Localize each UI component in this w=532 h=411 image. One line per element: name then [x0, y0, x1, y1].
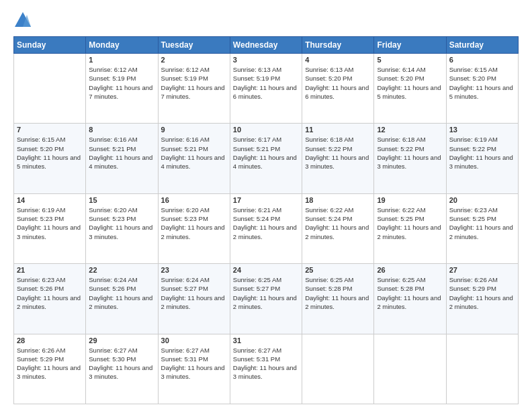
calendar-week-row: 7Sunrise: 6:15 AMSunset: 5:20 PMDaylight…: [14, 124, 519, 193]
day-info: Sunrise: 6:13 AMSunset: 5:19 PMDaylight:…: [233, 65, 299, 101]
calendar-cell: 21Sunrise: 6:23 AMSunset: 5:26 PMDayligh…: [14, 264, 86, 334]
day-number: 6: [449, 56, 515, 64]
day-of-week-header: Friday: [374, 37, 446, 54]
day-number: 26: [377, 266, 443, 274]
day-number: 24: [233, 266, 299, 274]
day-number: 27: [449, 266, 515, 274]
day-info: Sunrise: 6:27 AMSunset: 5:31 PMDaylight:…: [233, 346, 299, 381]
calendar-cell: 25Sunrise: 6:25 AMSunset: 5:28 PMDayligh…: [302, 264, 374, 334]
day-info: Sunrise: 6:22 AMSunset: 5:24 PMDaylight:…: [305, 205, 371, 241]
day-number: 22: [89, 266, 154, 274]
day-info: Sunrise: 6:23 AMSunset: 5:25 PMDaylight:…: [449, 205, 515, 241]
calendar-cell: [446, 334, 518, 404]
day-number: 31: [233, 336, 299, 345]
calendar-cell: 18Sunrise: 6:22 AMSunset: 5:24 PMDayligh…: [302, 193, 374, 263]
calendar-week-row: 21Sunrise: 6:23 AMSunset: 5:26 PMDayligh…: [14, 264, 519, 334]
calendar-cell: 16Sunrise: 6:20 AMSunset: 5:23 PMDayligh…: [158, 193, 230, 263]
header: [13, 11, 519, 30]
calendar-cell: 31Sunrise: 6:27 AMSunset: 5:31 PMDayligh…: [230, 334, 302, 404]
calendar-cell: 10Sunrise: 6:17 AMSunset: 5:21 PMDayligh…: [230, 124, 302, 193]
day-of-week-header: Thursday: [302, 37, 374, 54]
calendar-cell: 29Sunrise: 6:27 AMSunset: 5:30 PMDayligh…: [86, 334, 158, 404]
day-number: 7: [17, 126, 83, 134]
day-info: Sunrise: 6:24 AMSunset: 5:26 PMDaylight:…: [89, 275, 154, 311]
day-info: Sunrise: 6:12 AMSunset: 5:19 PMDaylight:…: [161, 65, 227, 101]
day-number: 12: [377, 126, 443, 134]
calendar-week-row: 1Sunrise: 6:12 AMSunset: 5:19 PMDaylight…: [14, 54, 519, 124]
day-info: Sunrise: 6:21 AMSunset: 5:24 PMDaylight:…: [233, 205, 299, 241]
calendar-cell: 2Sunrise: 6:12 AMSunset: 5:19 PMDaylight…: [158, 54, 230, 124]
calendar-cell: 8Sunrise: 6:16 AMSunset: 5:21 PMDaylight…: [86, 124, 158, 193]
calendar-cell: 13Sunrise: 6:19 AMSunset: 5:22 PMDayligh…: [446, 124, 518, 193]
day-info: Sunrise: 6:15 AMSunset: 5:20 PMDaylight:…: [449, 65, 515, 101]
day-info: Sunrise: 6:27 AMSunset: 5:30 PMDaylight:…: [89, 346, 154, 381]
calendar-cell: 1Sunrise: 6:12 AMSunset: 5:19 PMDaylight…: [86, 54, 158, 124]
calendar-cell: 5Sunrise: 6:14 AMSunset: 5:20 PMDaylight…: [374, 54, 446, 124]
calendar-cell: 4Sunrise: 6:13 AMSunset: 5:20 PMDaylight…: [302, 54, 374, 124]
day-info: Sunrise: 6:26 AMSunset: 5:29 PMDaylight:…: [17, 346, 83, 381]
day-number: 30: [161, 336, 227, 345]
day-info: Sunrise: 6:26 AMSunset: 5:29 PMDaylight:…: [449, 275, 515, 311]
day-number: 8: [89, 126, 154, 134]
calendar-cell: 22Sunrise: 6:24 AMSunset: 5:26 PMDayligh…: [86, 264, 158, 334]
day-info: Sunrise: 6:19 AMSunset: 5:22 PMDaylight:…: [449, 135, 515, 171]
day-of-week-header: Tuesday: [158, 37, 230, 54]
day-info: Sunrise: 6:18 AMSunset: 5:22 PMDaylight:…: [305, 135, 371, 171]
day-info: Sunrise: 6:23 AMSunset: 5:26 PMDaylight:…: [17, 275, 83, 311]
day-number: 19: [377, 196, 443, 204]
calendar-cell: 30Sunrise: 6:27 AMSunset: 5:31 PMDayligh…: [158, 334, 230, 404]
calendar-header-row: SundayMondayTuesdayWednesdayThursdayFrid…: [14, 37, 519, 54]
calendar-body: 1Sunrise: 6:12 AMSunset: 5:19 PMDaylight…: [14, 54, 519, 404]
calendar-cell: 11Sunrise: 6:18 AMSunset: 5:22 PMDayligh…: [302, 124, 374, 193]
calendar-cell: [374, 334, 446, 404]
calendar-cell: 27Sunrise: 6:26 AMSunset: 5:29 PMDayligh…: [446, 264, 518, 334]
logo-icon: [13, 11, 32, 30]
calendar-cell: 7Sunrise: 6:15 AMSunset: 5:20 PMDaylight…: [14, 124, 86, 193]
day-info: Sunrise: 6:16 AMSunset: 5:21 PMDaylight:…: [161, 135, 227, 171]
page: SundayMondayTuesdayWednesdayThursdayFrid…: [0, 0, 532, 411]
day-number: 29: [89, 336, 154, 345]
calendar-cell: 9Sunrise: 6:16 AMSunset: 5:21 PMDaylight…: [158, 124, 230, 193]
day-number: 2: [161, 56, 227, 64]
day-info: Sunrise: 6:25 AMSunset: 5:28 PMDaylight:…: [377, 275, 443, 311]
logo: [13, 11, 34, 30]
day-info: Sunrise: 6:19 AMSunset: 5:23 PMDaylight:…: [17, 205, 83, 241]
day-info: Sunrise: 6:20 AMSunset: 5:23 PMDaylight:…: [161, 205, 227, 241]
day-of-week-header: Sunday: [14, 37, 86, 54]
day-info: Sunrise: 6:22 AMSunset: 5:25 PMDaylight:…: [377, 205, 443, 241]
day-info: Sunrise: 6:16 AMSunset: 5:21 PMDaylight:…: [89, 135, 154, 171]
day-info: Sunrise: 6:17 AMSunset: 5:21 PMDaylight:…: [233, 135, 299, 171]
day-info: Sunrise: 6:20 AMSunset: 5:23 PMDaylight:…: [89, 205, 154, 241]
calendar-table: SundayMondayTuesdayWednesdayThursdayFrid…: [13, 36, 519, 404]
calendar-cell: 6Sunrise: 6:15 AMSunset: 5:20 PMDaylight…: [446, 54, 518, 124]
day-info: Sunrise: 6:27 AMSunset: 5:31 PMDaylight:…: [161, 346, 227, 381]
day-number: 1: [89, 56, 154, 64]
day-info: Sunrise: 6:18 AMSunset: 5:22 PMDaylight:…: [377, 135, 443, 171]
calendar-cell: 14Sunrise: 6:19 AMSunset: 5:23 PMDayligh…: [14, 193, 86, 263]
day-number: 15: [89, 196, 154, 204]
day-number: 17: [233, 196, 299, 204]
calendar-cell: [302, 334, 374, 404]
day-info: Sunrise: 6:13 AMSunset: 5:20 PMDaylight:…: [305, 65, 371, 101]
day-number: 28: [17, 336, 83, 345]
calendar-cell: 26Sunrise: 6:25 AMSunset: 5:28 PMDayligh…: [374, 264, 446, 334]
calendar-cell: 19Sunrise: 6:22 AMSunset: 5:25 PMDayligh…: [374, 193, 446, 263]
day-number: 5: [377, 56, 443, 64]
day-number: 18: [305, 196, 371, 204]
calendar-cell: 23Sunrise: 6:24 AMSunset: 5:27 PMDayligh…: [158, 264, 230, 334]
day-number: 9: [161, 126, 227, 134]
day-of-week-header: Monday: [86, 37, 158, 54]
calendar-cell: [14, 54, 86, 124]
calendar-cell: 12Sunrise: 6:18 AMSunset: 5:22 PMDayligh…: [374, 124, 446, 193]
day-info: Sunrise: 6:25 AMSunset: 5:27 PMDaylight:…: [233, 275, 299, 311]
day-number: 20: [449, 196, 515, 204]
day-number: 13: [449, 126, 515, 134]
day-info: Sunrise: 6:14 AMSunset: 5:20 PMDaylight:…: [377, 65, 443, 101]
calendar-cell: 15Sunrise: 6:20 AMSunset: 5:23 PMDayligh…: [86, 193, 158, 263]
calendar-cell: 20Sunrise: 6:23 AMSunset: 5:25 PMDayligh…: [446, 193, 518, 263]
day-number: 23: [161, 266, 227, 274]
day-number: 11: [305, 126, 371, 134]
calendar-week-row: 14Sunrise: 6:19 AMSunset: 5:23 PMDayligh…: [14, 193, 519, 263]
day-number: 25: [305, 266, 371, 274]
day-info: Sunrise: 6:12 AMSunset: 5:19 PMDaylight:…: [89, 65, 154, 101]
